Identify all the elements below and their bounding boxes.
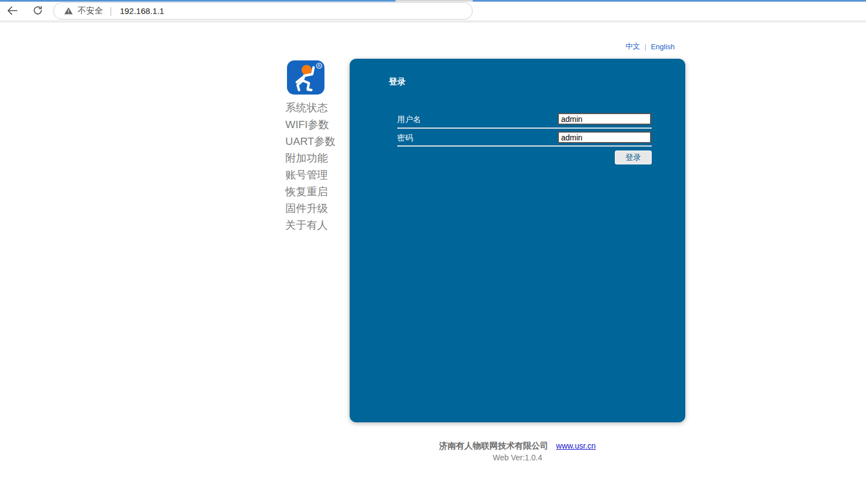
company-website-link[interactable]: www.usr.cn xyxy=(556,441,596,450)
username-label: 用户名 xyxy=(397,115,421,125)
sidebar-item-firmware-upgrade[interactable]: 固件升级 xyxy=(285,200,335,217)
url-text[interactable]: 192.168.1.1 xyxy=(120,6,164,16)
sidebar-menu: 系统状态 WIFI参数 UART参数 附加功能 账号管理 恢复重启 固件升级 关… xyxy=(285,100,335,234)
browser-toolbar: 不安全 | 192.168.1.1 xyxy=(0,0,866,22)
sidebar-item-account-mgmt[interactable]: 账号管理 xyxy=(285,167,335,183)
language-english-link[interactable]: English xyxy=(651,43,675,51)
usr-logo: R xyxy=(287,60,324,95)
refresh-icon xyxy=(32,5,43,17)
language-switcher: 中文 | English xyxy=(625,41,675,51)
sidebar-item-uart-params[interactable]: UART参数 xyxy=(285,133,335,150)
username-row-divider xyxy=(397,128,652,129)
sidebar-item-restore-restart[interactable]: 恢复重启 xyxy=(285,183,335,200)
window-top-accent-gap xyxy=(396,0,473,2)
sidebar-item-system-status[interactable]: 系统状态 xyxy=(285,100,335,116)
address-bar[interactable]: 不安全 | 192.168.1.1 xyxy=(53,2,473,20)
login-button[interactable]: 登录 xyxy=(615,150,652,164)
registered-mark: R xyxy=(318,64,321,68)
sidebar-item-extra-functions[interactable]: 附加功能 xyxy=(285,150,335,167)
language-separator: | xyxy=(644,43,646,51)
login-panel: 登录 用户名 密码 登录 xyxy=(350,59,685,422)
password-row-divider xyxy=(397,145,652,147)
security-warning-icon[interactable] xyxy=(64,6,73,16)
login-title: 登录 xyxy=(389,77,406,87)
password-input[interactable] xyxy=(558,131,651,143)
language-chinese-link[interactable]: 中文 xyxy=(625,41,640,51)
page-body: 中文 | English R 系统状态 WIFI参数 UART参数 附加功能 账… xyxy=(0,22,866,504)
web-version: Web Ver:1.0.4 xyxy=(350,453,685,462)
username-input[interactable] xyxy=(558,113,651,125)
page-footer: 济南有人物联网技术有限公司www.usr.cn Web Ver:1.0.4 xyxy=(350,441,685,462)
company-name: 济南有人物联网技术有限公司 xyxy=(439,441,548,450)
sidebar-item-about-usr[interactable]: 关于有人 xyxy=(285,217,335,234)
back-arrow-icon xyxy=(6,4,18,18)
security-warning-label[interactable]: 不安全 xyxy=(78,6,103,16)
browser-refresh-button[interactable] xyxy=(31,4,44,18)
address-bar-divider: | xyxy=(110,6,112,16)
password-label: 密码 xyxy=(397,133,413,143)
browser-back-button[interactable] xyxy=(6,4,19,18)
sidebar-item-wifi-params[interactable]: WIFI参数 xyxy=(285,116,335,133)
